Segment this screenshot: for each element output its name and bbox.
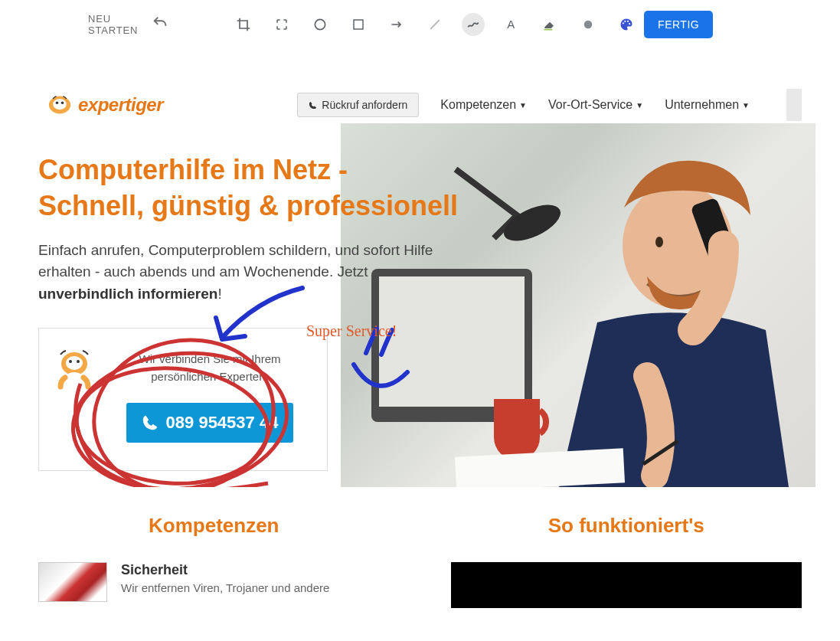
editor-toolbar: NEU STARTEN A [0,0,840,49]
blur-icon[interactable] [577,13,600,36]
svg-point-12 [61,102,64,105]
competence-title: Sicherheit [121,562,329,578]
scribble-icon[interactable] [462,13,485,36]
callback-label: Rückruf anfordern [322,99,407,111]
svg-point-4 [584,21,593,29]
svg-rect-1 [354,20,363,29]
hero-subtitle: Einfach anrufen, Computerproblem schilde… [38,240,467,306]
undo-icon[interactable] [152,15,168,35]
hero-title-line1: Computerhilfe im Netz - [38,154,348,185]
site-header: expertiger Rückruf anfordern Kompetenzen… [0,87,840,123]
chevron-down-icon: ▼ [742,101,750,110]
square-icon[interactable] [347,13,370,36]
svg-point-5 [623,22,624,24]
fullscreen-icon[interactable] [270,13,293,36]
hero-content: Computerhilfe im Netz - Schnell, günstig… [38,152,467,471]
text-icon[interactable]: A [500,13,523,36]
competence-text: Sicherheit Wir entfernen Viren, Trojaner… [121,562,329,594]
contact-box: Wir verbinden Sie mit Ihrem persönlichen… [38,328,328,471]
line-icon[interactable] [423,13,446,36]
svg-point-8 [629,23,630,25]
contact-text: Wir verbinden Sie mit Ihrem persönlichen… [108,350,312,386]
nav-kompetenzen[interactable]: Kompetenzen▼ [440,98,527,112]
svg-point-22 [66,356,83,370]
hero-title-line2: Schnell, günstig & professionell [38,190,458,221]
logo[interactable]: expertiger [46,93,163,116]
competence-desc: Wir entfernen Viren, Trojaner und andere [121,581,329,594]
logo-text: expertiger [78,94,163,116]
phone-icon [142,414,159,431]
done-button[interactable]: FERTIG [644,11,713,38]
svg-point-0 [315,19,325,29]
sofunktionierts-title: So funktioniert's [451,514,802,538]
logo-mascot-icon [46,93,74,116]
kompetenzen-title: Kompetenzen [38,514,390,538]
nav-label: Unternehmen [665,98,739,112]
competence-item[interactable]: Sicherheit Wir entfernen Viren, Trojaner… [38,562,390,602]
kompetenzen-column: Kompetenzen Sicherheit Wir entfernen Vir… [38,514,390,608]
svg-point-7 [627,21,629,22]
editor-tools: A [232,13,638,36]
hero-sub-bold: unverbindlich informieren [38,286,217,302]
callback-button[interactable]: Rückruf anfordern [297,93,419,117]
contact-right: Wir verbinden Sie mit Ihrem persönlichen… [108,350,312,443]
editor-left-group: NEU STARTEN [88,13,168,36]
video-player[interactable] [451,562,802,608]
hero-title: Computerhilfe im Netz - Schnell, günstig… [38,152,467,224]
svg-point-23 [69,360,72,363]
chevron-down-icon: ▼ [636,101,643,110]
site-wrapper: expertiger Rückruf anfordern Kompetenzen… [0,87,840,608]
nav-label: Kompetenzen [440,98,516,112]
svg-rect-20 [455,448,625,487]
palette-icon[interactable] [615,13,638,36]
svg-rect-3 [544,29,553,31]
nav-unternehmen[interactable]: Unternehmen▼ [665,98,750,112]
mascot-icon [54,350,94,393]
svg-point-17 [655,237,663,247]
restart-button[interactable]: NEU STARTEN [88,13,138,36]
columns-section: Kompetenzen Sicherheit Wir entfernen Vir… [0,487,840,608]
main-nav: Rückruf anfordern Kompetenzen▼ Vor-Ort-S… [297,89,802,121]
svg-point-24 [77,360,80,363]
competence-thumbnail [38,562,107,602]
crop-icon[interactable] [232,13,255,36]
svg-point-6 [624,21,626,22]
svg-point-10 [53,99,67,110]
nav-label: Vor-Ort-Service [548,98,632,112]
hero-sub-part1: Einfach anrufen, Computerproblem schilde… [38,242,433,280]
circle-icon[interactable] [309,13,332,36]
svg-point-11 [56,102,59,105]
svg-text:A: A [507,18,515,31]
nav-vor-ort[interactable]: Vor-Ort-Service▼ [548,98,643,112]
sofunktionierts-column: So funktioniert's [451,514,802,608]
hero-section: Computerhilfe im Netz - Schnell, günstig… [0,123,840,487]
phone-button[interactable]: 089 954537 44 [126,403,294,443]
hero-sub-part2: ! [217,286,221,302]
arrow-icon[interactable] [385,13,408,36]
phone-number: 089 954537 44 [166,413,279,433]
chevron-down-icon: ▼ [519,101,527,110]
hamburger-menu[interactable] [786,89,802,121]
highlighter-icon[interactable] [538,13,561,36]
